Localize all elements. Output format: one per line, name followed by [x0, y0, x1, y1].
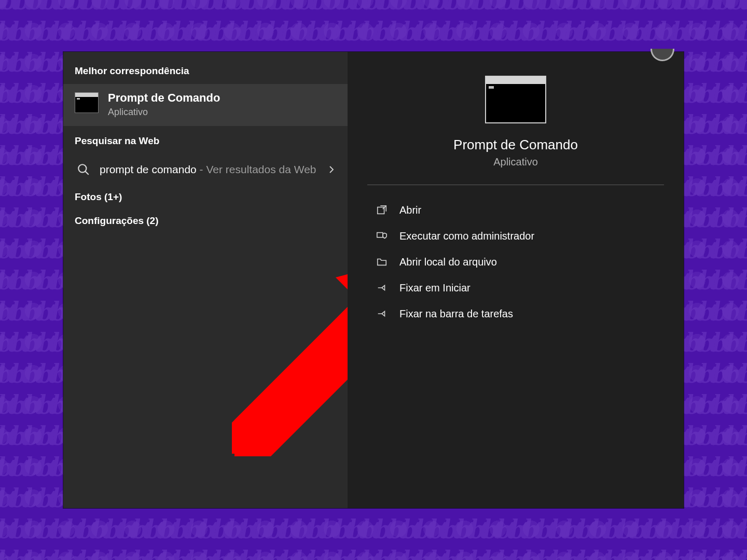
preview-card: Prompt de Comando Aplicativo [348, 61, 684, 181]
action-pin-taskbar[interactable]: Fixar na barra de tarefas [376, 301, 684, 326]
actions-list: Abrir Executar como administrador Abrir … [348, 188, 684, 326]
search-results-pane: Melhor correspondência Prompt de Comando… [63, 52, 348, 508]
open-icon [376, 204, 388, 216]
best-match-title: Prompt de Comando [108, 91, 220, 105]
action-label: Abrir local do arquivo [399, 256, 497, 268]
action-label: Abrir [399, 204, 421, 216]
preview-subtitle: Aplicativo [493, 156, 538, 168]
best-match-result[interactable]: Prompt de Comando Aplicativo [63, 84, 348, 126]
web-search-text: prompt de comando - Ver resultados da We… [100, 162, 317, 177]
action-label: Fixar em Iniciar [399, 282, 471, 294]
divider [367, 185, 664, 185]
action-label: Fixar na barra de tarefas [399, 308, 513, 320]
action-pin-start[interactable]: Fixar em Iniciar [376, 275, 684, 300]
web-search-header: Pesquisar na Web [63, 126, 348, 154]
start-search-window: Melhor correspondência Prompt de Comando… [63, 52, 684, 508]
category-settings[interactable]: Configurações (2) [63, 206, 348, 230]
action-open-location[interactable]: Abrir local do arquivo [376, 249, 684, 274]
action-open[interactable]: Abrir [376, 198, 684, 222]
web-search-result[interactable]: prompt de comando - Ver resultados da We… [63, 157, 348, 182]
folder-icon [376, 256, 388, 268]
cmd-icon [75, 92, 99, 113]
action-label: Executar como administrador [399, 230, 534, 242]
pin-icon [376, 282, 388, 294]
preview-title: Prompt de Comando [453, 137, 578, 153]
svg-line-1 [85, 172, 88, 175]
user-avatar[interactable] [651, 49, 674, 61]
cmd-icon [485, 76, 546, 123]
svg-rect-8 [377, 233, 383, 237]
best-match-header: Melhor correspondência [63, 56, 348, 84]
search-icon [77, 163, 90, 176]
preview-pane: Prompt de Comando Aplicativo Abrir [348, 52, 684, 508]
pin-icon [376, 307, 388, 320]
category-photos[interactable]: Fotos (1+) [63, 182, 348, 206]
shield-icon [376, 230, 388, 242]
chevron-right-icon [327, 165, 336, 174]
best-match-subtitle: Aplicativo [108, 107, 220, 118]
svg-point-0 [78, 164, 86, 172]
action-run-admin[interactable]: Executar como administrador [376, 223, 684, 248]
